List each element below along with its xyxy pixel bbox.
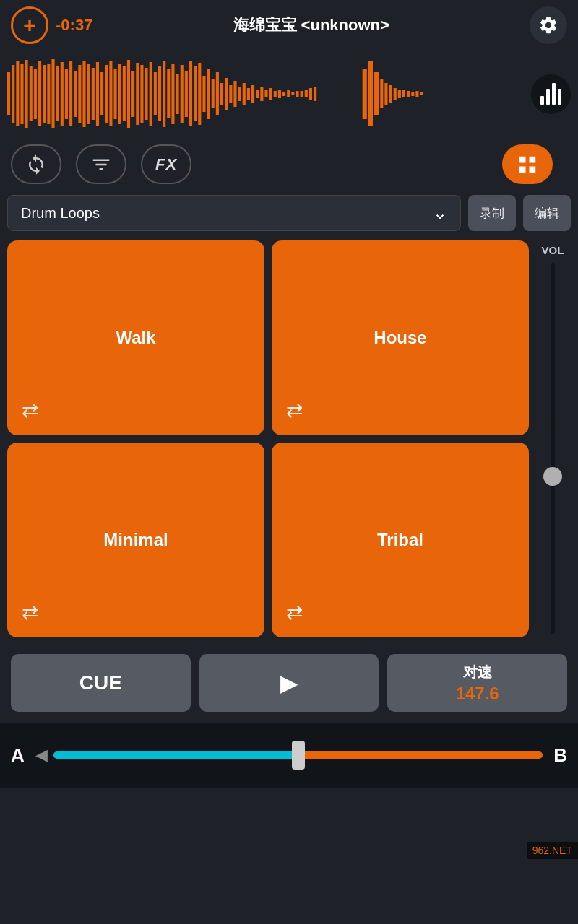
pad-tribal[interactable]: Tribal ⇄ [272, 443, 529, 637]
svg-rect-63 [287, 90, 290, 97]
svg-rect-29 [136, 63, 139, 125]
waveform-display[interactable] [7, 58, 525, 130]
grid-button[interactable] [502, 144, 553, 184]
edit-button[interactable]: 编辑 [523, 195, 571, 231]
svg-rect-43 [198, 63, 201, 125]
svg-rect-48 [220, 83, 223, 105]
svg-rect-76 [394, 88, 397, 100]
svg-rect-75 [389, 85, 392, 103]
svg-rect-66 [301, 91, 303, 97]
svg-rect-30 [140, 65, 143, 123]
svg-rect-21 [100, 72, 103, 116]
settings-button[interactable] [530, 6, 567, 44]
play-button[interactable]: ▶ [199, 654, 379, 712]
svg-rect-9 [47, 64, 50, 124]
vol-slider-track[interactable] [551, 263, 555, 634]
svg-rect-61 [278, 90, 281, 98]
svg-rect-24 [113, 69, 116, 119]
svg-rect-22 [105, 65, 108, 123]
svg-rect-71 [368, 61, 373, 126]
svg-rect-17 [82, 61, 85, 127]
tempo-label: 对速 [463, 663, 492, 682]
svg-rect-81 [415, 91, 418, 97]
pad-minimal[interactable]: Minimal ⇄ [7, 443, 264, 637]
spectrum-button[interactable] [531, 74, 571, 114]
vol-slider-thumb[interactable] [543, 467, 562, 486]
svg-rect-62 [282, 92, 285, 96]
svg-rect-69 [314, 87, 316, 101]
record-button[interactable]: 录制 [468, 195, 516, 231]
svg-rect-77 [398, 90, 401, 98]
pad-walk[interactable]: Walk ⇄ [7, 240, 264, 435]
svg-rect-70 [363, 69, 367, 119]
add-button[interactable]: + [11, 6, 48, 44]
crossfader-thumb[interactable] [292, 741, 305, 770]
svg-rect-54 [247, 88, 250, 100]
crossfader-slider[interactable] [53, 751, 543, 759]
pad-walk-label: Walk [116, 328, 155, 348]
transport-row: CUE ▶ 对速 147.6 [0, 643, 578, 723]
svg-rect-18 [87, 64, 90, 124]
svg-rect-3 [20, 64, 23, 124]
svg-rect-45 [207, 69, 210, 119]
pad-minimal-loop-icon: ⇄ [22, 601, 38, 624]
svg-rect-41 [189, 61, 192, 126]
waveform-svg [7, 58, 525, 130]
crossfader-fill-right [298, 751, 543, 759]
svg-rect-73 [380, 79, 383, 108]
cue-button[interactable]: CUE [11, 654, 191, 712]
watermark: 962.NET [527, 842, 578, 859]
grid-icon [517, 154, 538, 175]
svg-rect-82 [420, 92, 423, 95]
svg-rect-60 [274, 91, 277, 97]
svg-rect-65 [296, 91, 298, 97]
svg-rect-0 [7, 72, 10, 116]
drum-loops-selector[interactable]: Drum Loops ⌄ [7, 195, 461, 231]
eq-button[interactable] [76, 144, 126, 184]
tempo-display[interactable]: 对速 147.6 [387, 654, 567, 712]
svg-rect-56 [256, 90, 259, 98]
svg-rect-40 [185, 71, 188, 117]
svg-rect-42 [194, 66, 197, 121]
svg-rect-6 [34, 69, 37, 119]
svg-rect-28 [131, 71, 134, 117]
svg-rect-80 [411, 92, 414, 96]
svg-rect-44 [202, 76, 205, 112]
crossfader-row: A ◀ B [0, 723, 578, 788]
svg-rect-1 [12, 65, 14, 123]
svg-rect-72 [374, 72, 379, 116]
tempo-value: 147.6 [456, 684, 499, 704]
pad-tribal-label: Tribal [377, 530, 423, 550]
svg-rect-36 [167, 69, 170, 118]
svg-rect-78 [402, 90, 405, 97]
svg-rect-23 [109, 61, 112, 126]
svg-rect-68 [309, 88, 312, 100]
svg-rect-8 [43, 65, 46, 123]
svg-rect-19 [92, 68, 95, 120]
svg-rect-34 [158, 66, 161, 121]
svg-rect-49 [225, 78, 228, 110]
svg-rect-5 [30, 66, 33, 121]
svg-rect-39 [181, 65, 184, 123]
fx-button[interactable]: FX [141, 144, 191, 184]
svg-rect-37 [171, 64, 174, 124]
eq-icon [90, 154, 112, 175]
svg-rect-2 [16, 61, 19, 126]
svg-rect-53 [243, 83, 246, 105]
svg-rect-51 [233, 81, 236, 107]
svg-rect-55 [251, 85, 254, 103]
crossfader-arrow-left[interactable]: ◀ [35, 746, 48, 764]
svg-rect-38 [176, 74, 179, 114]
svg-rect-4 [25, 60, 28, 128]
pad-house[interactable]: House ⇄ [272, 240, 529, 435]
crossfader-track-area[interactable]: ◀ [35, 723, 543, 788]
track-title: 海绵宝宝 <unknown> [92, 14, 530, 36]
gear-icon [538, 15, 558, 35]
svg-rect-50 [229, 85, 232, 103]
svg-rect-58 [264, 90, 267, 97]
top-bar: + -0:37 海绵宝宝 <unknown> [0, 0, 578, 51]
loop-button[interactable] [11, 144, 61, 184]
bars-icon [540, 83, 561, 105]
svg-rect-16 [78, 65, 81, 123]
svg-rect-14 [69, 61, 72, 126]
